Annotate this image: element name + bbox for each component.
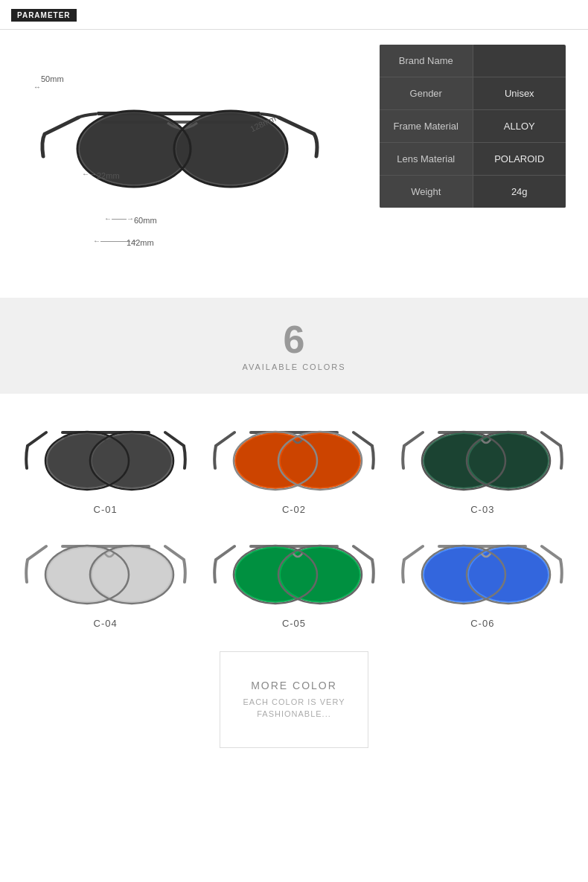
colors-number: 6 xyxy=(15,320,573,359)
svg-point-13 xyxy=(92,434,171,488)
specs-label-brand: Brand Name xyxy=(380,45,473,77)
svg-point-45 xyxy=(281,548,359,601)
glasses-c04 xyxy=(24,530,188,612)
dim-50mm: 50mm xyxy=(41,74,64,83)
dim-22mm: 22mm xyxy=(97,171,120,180)
specs-label-gender: Gender xyxy=(380,77,473,109)
dim-60mm: 60mm xyxy=(134,216,157,225)
color-item-c01: C-01 xyxy=(15,416,196,515)
glasses-c03 xyxy=(400,416,564,498)
specs-row-gender: Gender Unisex xyxy=(380,77,566,110)
more-color-line1: EACH COLOR IS VERY xyxy=(243,696,345,709)
color-item-c04: C-04 xyxy=(15,530,196,629)
glasses-c06 xyxy=(400,530,564,612)
svg-point-29 xyxy=(469,434,548,488)
specs-table: Brand Name Gender Unisex Frame Material … xyxy=(380,45,566,208)
glasses-c01 xyxy=(24,416,188,498)
glasses-c05 xyxy=(212,530,376,612)
color-label-c05: C-05 xyxy=(282,618,306,629)
parameter-section: 50mm 22mm 128mm 60mm 142mm ←→ ←——→ ←————… xyxy=(0,30,588,298)
colors-section: 6 AVAILABLE COLORS xyxy=(0,298,588,394)
more-color-box: MORE COLOR EACH COLOR IS VERY FASHIONABL… xyxy=(220,651,368,748)
specs-value-gender: Unisex xyxy=(473,77,566,109)
arrow-142: ←————→ xyxy=(93,237,138,245)
color-label-c04: C-04 xyxy=(94,618,118,629)
specs-row-weight: Weight 24g xyxy=(380,176,566,208)
specs-value-weight: 24g xyxy=(473,176,566,208)
color-item-c06: C-06 xyxy=(392,530,573,629)
colors-subtitle: AVAILABLE COLORS xyxy=(15,362,573,371)
color-label-c02: C-02 xyxy=(282,504,306,515)
color-grid-section: C-01 C-02 xyxy=(0,394,588,770)
specs-value-brand xyxy=(473,51,566,71)
diagram-container: 50mm 22mm 128mm 60mm 142mm ←→ ←——→ ←————… xyxy=(22,45,365,283)
arrow-60: ←——→ xyxy=(104,214,134,223)
svg-point-21 xyxy=(281,434,359,488)
specs-value-frame: ALLOY xyxy=(473,110,566,142)
color-item-c03: C-03 xyxy=(392,416,573,515)
specs-label-frame: Frame Material xyxy=(380,110,473,142)
color-item-c05: C-05 xyxy=(203,530,384,629)
arrow-22: ←→ xyxy=(82,170,97,178)
more-color-line2: FASHIONABLE... xyxy=(257,708,331,720)
svg-point-37 xyxy=(92,548,171,601)
specs-row-lens: Lens Material POLAROID xyxy=(380,143,566,176)
glasses-c02 xyxy=(212,416,376,498)
specs-label-lens: Lens Material xyxy=(380,143,473,175)
color-grid: C-01 C-02 xyxy=(15,416,573,629)
color-label-c01: C-01 xyxy=(94,504,118,515)
arrow-50: ↕ xyxy=(33,86,42,89)
parameter-tag: PARAMETER xyxy=(11,9,77,22)
sunglasses-svg xyxy=(37,67,320,216)
specs-row-frame: Frame Material ALLOY xyxy=(380,110,566,143)
specs-row-brand: Brand Name xyxy=(380,45,566,77)
more-color-title: MORE COLOR xyxy=(251,680,337,691)
color-item-c02: C-02 xyxy=(203,416,384,515)
svg-point-53 xyxy=(469,548,548,601)
sunglasses-diagram xyxy=(37,67,320,219)
specs-value-lens: POLAROID xyxy=(473,143,566,175)
header-bar: PARAMETER xyxy=(0,0,588,30)
color-label-c03: C-03 xyxy=(470,504,494,515)
color-label-c06: C-06 xyxy=(470,618,494,629)
specs-label-weight: Weight xyxy=(380,176,473,208)
